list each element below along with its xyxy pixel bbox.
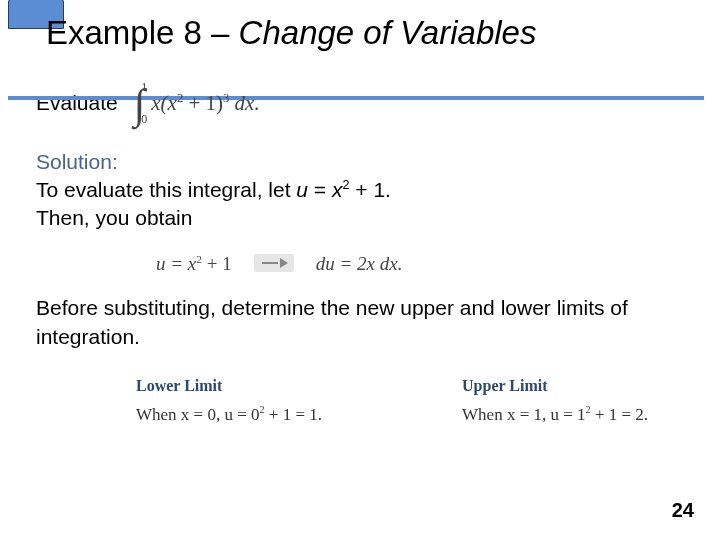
integral-lower: 0 [141, 113, 147, 125]
lower-limit-block: Lower Limit When x = 0, u = 02 + 1 = 1. [136, 375, 322, 426]
lower-limit-head: Lower Limit [136, 375, 322, 397]
substitution-left: u = x2 + 1 [156, 251, 232, 277]
limits-row: Lower Limit When x = 0, u = 02 + 1 = 1. … [136, 375, 684, 426]
page-number: 24 [672, 499, 694, 522]
upper-limit-head: Upper Limit [462, 375, 648, 397]
upper-limit-body: When x = 1, u = 12 + 1 = 2. [462, 403, 648, 427]
before-substituting-text: Before substituting, determine the new u… [36, 294, 684, 351]
evaluate-label: Evaluate [36, 89, 118, 117]
slide-content: Evaluate ∫ 1 0 x(x2 + 1)3 dx. Solution: … [0, 58, 720, 426]
integrand: x(x2 + 1)3 dx. [151, 89, 259, 117]
upper-limit-block: Upper Limit When x = 1, u = 12 + 1 = 2. [462, 375, 648, 426]
substitution-right: du = 2x dx. [316, 251, 403, 277]
substitution-row: u = x2 + 1 du = 2x dx. [156, 251, 684, 277]
evaluate-row: Evaluate ∫ 1 0 x(x2 + 1)3 dx. [36, 86, 684, 120]
implies-arrow-icon [254, 254, 294, 272]
title-bar: Example 8 – Change of Variables [0, 12, 720, 58]
solution-line-1: To evaluate this integral, let u = x2 + … [36, 176, 684, 204]
integral-upper: 1 [141, 81, 147, 93]
title-prefix: Example 8 – [46, 14, 239, 51]
title-underline [8, 96, 704, 100]
integral-expression: ∫ 1 0 x(x2 + 1)3 dx. [134, 86, 260, 120]
slide-title: Example 8 – Change of Variables [0, 12, 720, 54]
title-italic: Change of Variables [239, 14, 537, 51]
lower-limit-body: When x = 0, u = 02 + 1 = 1. [136, 403, 322, 427]
solution-heading: Solution: [36, 148, 684, 176]
solution-line-2: Then, you obtain [36, 204, 684, 232]
